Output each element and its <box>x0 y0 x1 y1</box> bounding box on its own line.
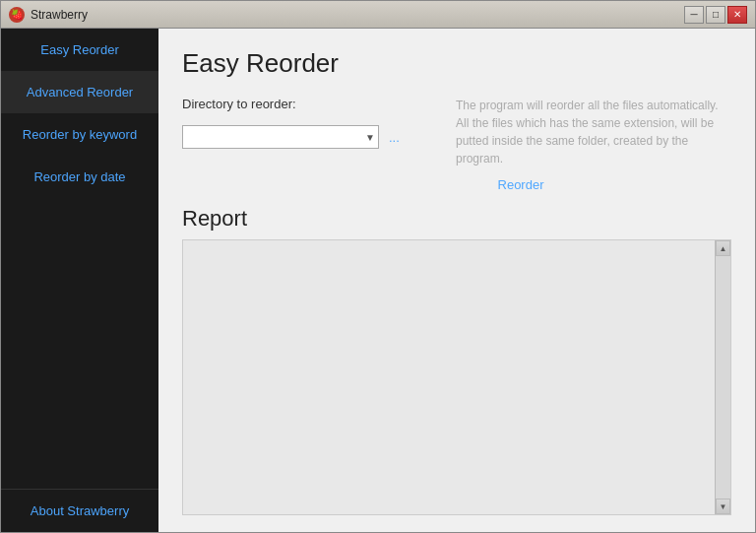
scroll-up-button[interactable]: ▲ <box>716 240 730 256</box>
main-content: Easy Reorder Directory to reorder: ▼ .. <box>158 29 755 532</box>
sidebar-spacer <box>1 198 158 489</box>
app-window: 🍓 Strawberry ─ □ ✕ Easy Reorder Advanced… <box>0 0 756 533</box>
reorder-button[interactable]: Reorder <box>310 177 731 192</box>
page-title: Easy Reorder <box>182 48 731 79</box>
content-area: Easy Reorder Advanced Reorder Reorder by… <box>1 29 755 532</box>
description-text: The program will reorder all the files a… <box>456 97 731 167</box>
sidebar: Easy Reorder Advanced Reorder Reorder by… <box>1 29 158 532</box>
sidebar-item-reorder-by-keyword[interactable]: Reorder by keyword <box>1 113 158 156</box>
directory-label: Directory to reorder: <box>182 97 300 111</box>
sidebar-item-easy-reorder[interactable]: Easy Reorder <box>1 29 158 71</box>
directory-select[interactable] <box>182 125 379 149</box>
report-title: Report <box>182 206 731 232</box>
directory-dropdown-wrapper: ▼ <box>182 125 379 149</box>
scroll-down-button[interactable]: ▼ <box>716 499 730 514</box>
close-button[interactable]: ✕ <box>727 6 747 24</box>
minimize-button[interactable]: ─ <box>684 6 704 24</box>
titlebar: 🍓 Strawberry ─ □ ✕ <box>1 1 755 29</box>
browse-button[interactable]: ... <box>387 130 402 145</box>
window-title: Strawberry <box>31 8 88 22</box>
maximize-button[interactable]: □ <box>706 6 725 24</box>
vertical-scrollbar[interactable]: ▲ ▼ <box>715 240 730 514</box>
sidebar-item-about[interactable]: About Strawberry <box>1 489 158 532</box>
top-row: Directory to reorder: ▼ ... The program … <box>182 97 731 167</box>
scroll-track <box>716 256 730 499</box>
window-controls: ─ □ ✕ <box>684 6 747 24</box>
report-area: ▲ ▼ <box>182 239 731 515</box>
directory-input-row: ▼ ... <box>182 125 436 149</box>
sidebar-item-reorder-by-date[interactable]: Reorder by date <box>1 156 158 198</box>
sidebar-item-advanced-reorder[interactable]: Advanced Reorder <box>1 71 158 113</box>
app-icon: 🍓 <box>9 7 25 23</box>
directory-row: Directory to reorder: <box>182 97 436 111</box>
form-area: Directory to reorder: ▼ ... <box>182 97 436 163</box>
titlebar-left: 🍓 Strawberry <box>9 7 88 23</box>
